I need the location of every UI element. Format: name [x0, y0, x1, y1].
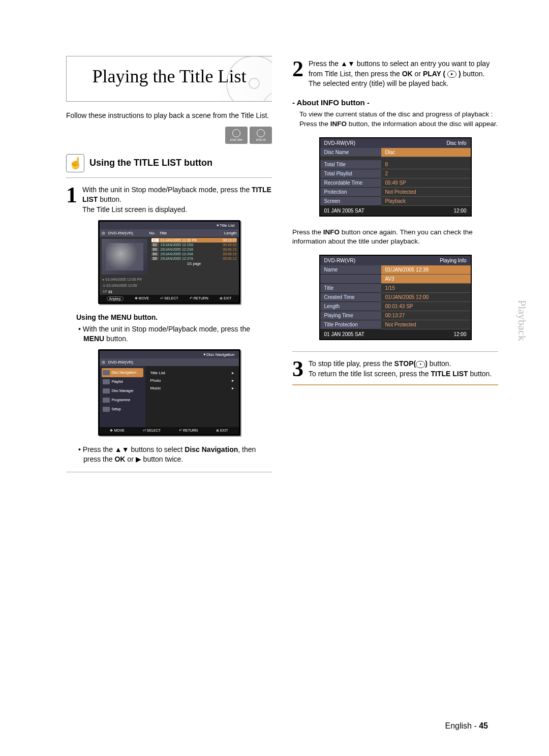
- step-number-2: 2: [292, 59, 303, 89]
- play-icon: ▸: [447, 71, 456, 78]
- menu-bullet-1: • With the unit in Stop mode/Playback mo…: [78, 324, 272, 344]
- intro-text: Follow these instructions to play back a…: [66, 111, 272, 120]
- step-2-body: Press the ▲▼ buttons to select an entry …: [309, 59, 498, 89]
- dvd-r-badge: DVD-R: [250, 127, 272, 144]
- disc-info-panel: DVD-RW(VR)Disc Info Disc NameDisc Total …: [319, 137, 472, 217]
- info-again-text: Press the INFO button once again. Then y…: [292, 228, 498, 247]
- step-number-1: 1: [66, 185, 77, 215]
- orange-divider: [292, 384, 498, 385]
- playing-info-panel: DVD-RW(VR)Playing Info Name01/JAN/2005 1…: [319, 255, 472, 340]
- hand-icon: ☝: [66, 154, 84, 172]
- divider: [292, 351, 498, 352]
- stop-icon: ▪: [416, 361, 425, 368]
- step-3-body: To stop title play, press the STOP(▪) bu…: [309, 359, 498, 379]
- page-footer: English - 45: [445, 721, 489, 731]
- osd-title-rows: 0101/JAN/2005 12:00 PR00:13:27 0215/JAN/…: [149, 237, 239, 295]
- about-info-heading: - About INFO button -: [292, 98, 498, 107]
- page-title-block: Playing the Title List: [66, 56, 272, 102]
- step-1: 1 With the unit in Stop mode/Playback mo…: [66, 185, 272, 215]
- step-2: 2 Press the ▲▼ buttons to select an entr…: [292, 59, 498, 89]
- dvd-rw-badge: DVD-RW: [225, 127, 248, 144]
- divider: [66, 472, 272, 472]
- step-1-body: With the unit in Stop mode/Playback mode…: [82, 185, 272, 215]
- menu-bullet-2: • Press the ▲▼ buttons to select Disc Na…: [78, 445, 272, 465]
- osd-title-list: ✦ Title List ◎ DVD-RW(VR) No. Title Leng…: [98, 220, 240, 304]
- osd-disc-navigation: ✦ Disc Navigation ◎ DVD-RW(VR) Disc Navi…: [98, 349, 240, 436]
- step-3: 3 To stop title play, press the STOP(▪) …: [292, 359, 498, 379]
- section-header-titlelist: ☝ Using the TITLE LIST button: [66, 151, 272, 178]
- about-info-body: To view the current status of the disc a…: [299, 110, 498, 129]
- side-tab-playback: Playback: [515, 300, 529, 341]
- disc-badges: DVD-RW DVD-R: [66, 127, 272, 144]
- menu-subheading: Using the MENU button.: [76, 313, 272, 321]
- section-heading: Using the TITLE LIST button: [89, 158, 212, 168]
- step-number-3: 3: [292, 359, 303, 379]
- osd-preview-thumb: [102, 239, 147, 275]
